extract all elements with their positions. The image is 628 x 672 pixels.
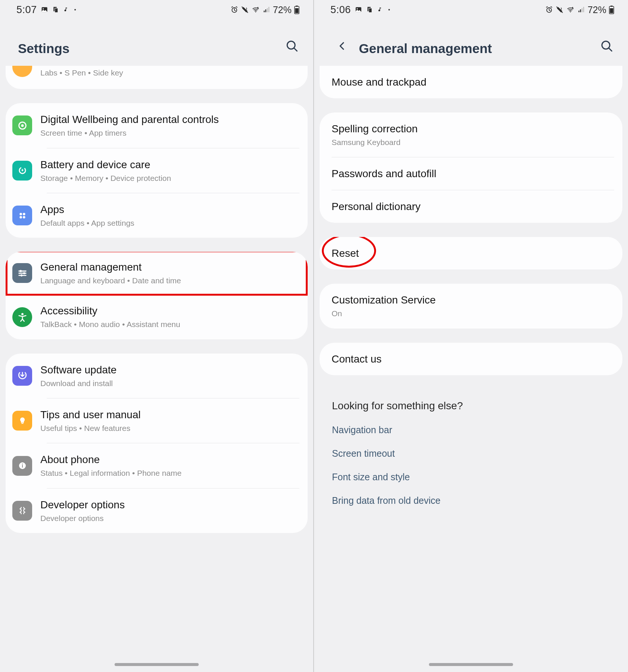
footer-suggestions: Looking for something else? Navigation b… (314, 389, 628, 537)
card-icon (366, 6, 373, 14)
row-title: General management (40, 261, 300, 274)
card-wellbeing-group: Digital Wellbeing and parental controls … (6, 103, 308, 238)
nav-indicator[interactable] (429, 663, 513, 666)
row-software-update[interactable]: Software update Download and install (6, 354, 308, 398)
svg-rect-38 (583, 7, 584, 12)
row-subtitle: TalkBack • Mono audio • Assistant menu (40, 319, 300, 329)
svg-point-34 (570, 12, 571, 13)
card-spelling-group: Spelling correction Samsung Keyboard Pas… (320, 112, 622, 223)
vibrate-icon (241, 6, 249, 14)
row-battery-device-care[interactable]: Battery and device care Storage • Memory… (6, 148, 308, 193)
row-title: Developer options (40, 498, 300, 511)
row-title: Software update (40, 363, 300, 376)
row-subtitle: Labs • S Pen • Side key (40, 68, 300, 78)
svg-rect-12 (296, 6, 298, 7)
svg-point-28 (22, 463, 23, 465)
accessibility-icon (12, 307, 32, 327)
row-apps[interactable]: Apps Default apps • App settings (6, 193, 308, 238)
svg-rect-37 (582, 8, 583, 12)
battery-icon (294, 5, 300, 14)
status-time: 5:07 (16, 4, 37, 16)
row-subtitle: Default apps • App settings (40, 218, 300, 228)
battery-pct: 72% (588, 4, 606, 15)
row-mouse-trackpad[interactable]: Mouse and trackpad (320, 66, 622, 98)
card-contact: Contact us (320, 343, 622, 375)
advanced-icon (12, 66, 32, 77)
status-bar: 5:07 72% (0, 0, 313, 19)
link-screen-timeout[interactable]: Screen timeout (332, 448, 610, 459)
general-management-icon (12, 263, 32, 283)
row-title: Tips and user manual (40, 408, 300, 421)
row-contact-us[interactable]: Contact us (320, 343, 622, 375)
svg-point-18 (23, 213, 25, 215)
svg-rect-35 (578, 11, 579, 12)
status-left: 5:07 (16, 4, 77, 16)
row-subtitle: On (332, 308, 615, 318)
row-title: Spelling correction (332, 122, 615, 135)
settings-screen: 5:07 72% Settings (0, 0, 314, 672)
svg-rect-40 (610, 8, 613, 13)
row-developer-options[interactable]: Developer options Developer options (6, 488, 308, 533)
row-title: Mouse and trackpad (332, 75, 615, 89)
signal-icon (577, 6, 585, 13)
svg-rect-25 (21, 423, 24, 424)
row-subtitle: Status • Legal information • Phone name (40, 468, 300, 478)
page-title: Settings (18, 41, 282, 56)
svg-rect-9 (268, 7, 270, 12)
link-navigation-bar[interactable]: Navigation bar (332, 425, 610, 435)
about-phone-icon (12, 456, 32, 476)
svg-rect-8 (267, 8, 268, 12)
row-title: Personal dictionary (332, 200, 615, 213)
row-advanced-features[interactable]: Labs • S Pen • Side key (6, 66, 308, 85)
status-left: 5:06 (330, 4, 391, 16)
row-passwords-autofill[interactable]: Passwords and autofill (320, 157, 622, 190)
row-title: Accessibility (40, 304, 300, 317)
status-bar: 5:06 72% (314, 0, 628, 19)
row-title: Digital Wellbeing and parental controls (40, 113, 300, 126)
svg-point-23 (20, 274, 22, 277)
dot-icon (388, 9, 390, 10)
row-digital-wellbeing[interactable]: Digital Wellbeing and parental controls … (6, 103, 308, 148)
row-accessibility[interactable]: Accessibility TalkBack • Mono audio • As… (6, 295, 308, 339)
link-font-size[interactable]: Font size and style (332, 472, 610, 483)
row-title: Contact us (332, 352, 615, 366)
apps-icon (12, 206, 32, 225)
svg-point-17 (19, 213, 22, 215)
alarm-icon (230, 6, 238, 14)
general-management-screen: 5:06 72% General management (314, 0, 628, 672)
status-right: 72% (545, 4, 615, 15)
row-title: Customization Service (332, 293, 615, 306)
search-button[interactable] (597, 36, 617, 56)
status-right: 72% (230, 4, 300, 15)
svg-point-20 (23, 216, 25, 219)
nav-indicator[interactable] (115, 663, 199, 666)
svg-point-19 (19, 216, 22, 219)
footer-title: Looking for something else? (332, 400, 610, 412)
back-button[interactable] (332, 36, 352, 56)
row-customization-service[interactable]: Customization Service On (320, 284, 622, 328)
tips-icon (12, 411, 32, 431)
svg-rect-36 (580, 9, 581, 12)
software-update-icon (12, 366, 32, 386)
wellbeing-icon (12, 115, 32, 135)
dot-icon (74, 9, 76, 10)
row-title: Passwords and autofill (332, 167, 615, 180)
link-bring-data[interactable]: Bring data from old device (332, 495, 610, 506)
row-general-management[interactable]: General management Language and keyboard… (6, 252, 308, 296)
developer-icon (12, 501, 32, 521)
row-about-phone[interactable]: About phone Status • Legal information •… (6, 443, 308, 488)
image-icon (41, 6, 48, 13)
alarm-icon (545, 6, 553, 14)
row-tips[interactable]: Tips and user manual Useful tips • New f… (6, 398, 308, 443)
image-icon (355, 6, 362, 13)
search-button[interactable] (282, 36, 302, 56)
music-icon (63, 6, 69, 13)
card-reset: Reset (320, 237, 622, 269)
row-subtitle: Download and install (40, 378, 300, 388)
wifi-icon (251, 6, 260, 13)
row-spelling-correction[interactable]: Spelling correction Samsung Keyboard (320, 112, 622, 157)
row-personal-dictionary[interactable]: Personal dictionary (320, 190, 622, 223)
svg-point-15 (21, 124, 24, 127)
row-title: Battery and device care (40, 158, 300, 171)
svg-rect-27 (22, 465, 23, 468)
